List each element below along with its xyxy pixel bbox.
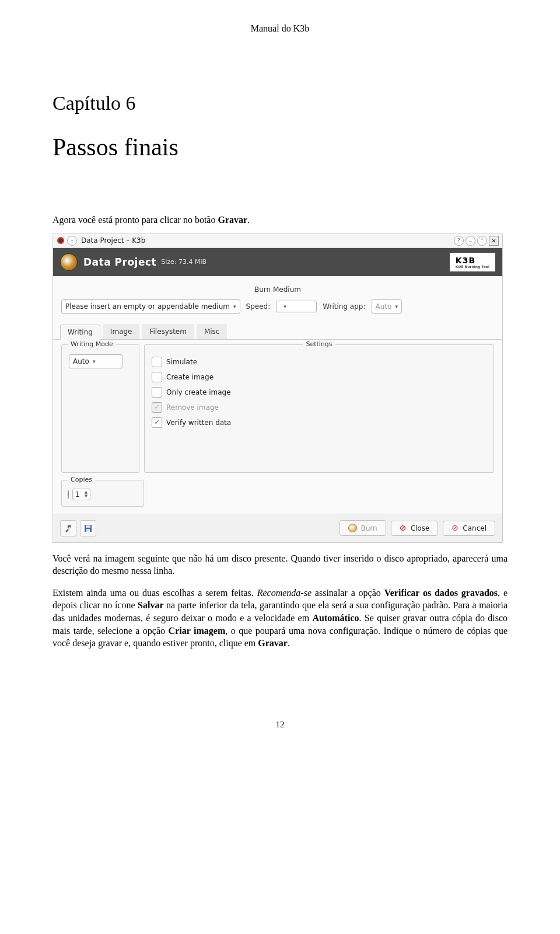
writing-mode-value: Auto: [73, 357, 89, 365]
min-button[interactable]: ⌄: [466, 236, 475, 246]
only-create-checkbox[interactable]: [152, 387, 162, 398]
titlebar-button[interactable]: –: [67, 236, 77, 246]
close-button[interactable]: ⊘ Close: [391, 521, 439, 536]
paragraph-3: Existem ainda uma ou duas escolhas a ser…: [52, 587, 508, 650]
create-image-label: Create image: [166, 373, 214, 381]
copies-value: 1: [75, 490, 80, 499]
writing-mode-title: Writing Mode: [68, 340, 116, 348]
speed-combo[interactable]: ▾: [276, 301, 317, 312]
p3-post: .: [288, 638, 290, 648]
window-title: Data Project – K3b: [79, 236, 454, 245]
screenshot-dialog: – Data Project – K3b ? ⌄ ⌃ ✕ Data Projec…: [52, 234, 503, 543]
page-number: 12: [52, 720, 508, 730]
doc-header: Manual do K3b: [52, 23, 508, 34]
stepper-arrows[interactable]: ▲ ▼: [85, 490, 88, 499]
logo-sub: KDE Burning Tool: [456, 265, 489, 269]
save-button[interactable]: [80, 520, 96, 536]
tab-writing[interactable]: Writing: [60, 325, 100, 340]
p1-bold: Gravar: [218, 215, 247, 225]
p3-b2: Salvar: [138, 600, 163, 610]
settings-group: Settings Simulate Create image Only crea…: [144, 344, 494, 473]
writing-mode-group: Writing Mode Auto ▾: [61, 344, 139, 473]
writing-app-value: Auto: [376, 302, 392, 311]
burn-medium-heading: Burn Medium: [61, 282, 494, 299]
verify-checkbox[interactable]: [152, 417, 162, 428]
p2-text: Você verá na imagem seguinte que não há …: [52, 553, 508, 576]
cancel-button[interactable]: ⊘ Cancel: [443, 521, 495, 536]
close-label: Close: [411, 524, 430, 532]
settings-title: Settings: [303, 340, 335, 348]
max-button[interactable]: ⌃: [477, 236, 487, 246]
p1-post: .: [247, 215, 250, 225]
chapter-title: Passos finais: [52, 133, 508, 161]
p3-b4: Criar imagem: [169, 626, 226, 636]
medium-combo[interactable]: Please insert an empty or appendable med…: [61, 299, 240, 313]
p3-b3: Automático: [313, 613, 359, 623]
chapter-number: Capítulo 6: [52, 92, 508, 114]
chevron-down-icon: ▾: [284, 304, 286, 309]
p3-b1: Verificar os dados gravados: [384, 588, 498, 598]
help-button[interactable]: ?: [454, 236, 464, 246]
tab-misc[interactable]: Misc: [197, 324, 228, 339]
copies-group: Copies 1 ▲ ▼: [61, 480, 144, 507]
disc-icon: [60, 253, 78, 271]
tab-image[interactable]: Image: [103, 324, 140, 339]
tab-filesystem[interactable]: Filesystem: [142, 324, 194, 339]
tab-row: Writing Image Filesystem Misc: [53, 324, 502, 340]
p3-italic: Recomenda-se: [257, 588, 312, 598]
remove-image-label: Remove image: [166, 403, 219, 412]
writing-mode-combo[interactable]: Auto ▾: [69, 354, 123, 368]
burn-label: Burn: [360, 524, 377, 532]
speed-label: Speed:: [246, 302, 271, 311]
remove-image-checkbox: [152, 402, 162, 413]
writing-app-combo[interactable]: Auto ▾: [372, 299, 402, 313]
tools-button[interactable]: [60, 520, 76, 536]
bottom-bar: Burn ⊘ Close ⊘ Cancel: [53, 514, 502, 542]
floppy-icon: [84, 524, 92, 532]
only-create-label: Only create image: [166, 388, 231, 396]
p1-pre: Agora você está pronto para clicar no bo…: [52, 215, 218, 225]
simulate-label: Simulate: [166, 358, 197, 366]
arrow-down-icon[interactable]: ▼: [85, 494, 88, 499]
svg-point-1: [59, 239, 63, 243]
paragraph-1: Agora você está pronto para clicar no bo…: [52, 214, 508, 226]
logo-text: K3B: [456, 256, 475, 265]
k3b-logo: K3B KDE Burning Tool: [450, 253, 495, 271]
window-titlebar: – Data Project – K3b ? ⌄ ⌃ ✕: [53, 234, 502, 248]
chevron-down-icon: ▾: [395, 304, 398, 309]
close-icon: ⊘: [400, 524, 407, 532]
create-image-checkbox[interactable]: [152, 372, 162, 382]
wrench-icon: [64, 524, 72, 532]
close-window-button[interactable]: ✕: [489, 236, 499, 246]
verify-label: Verify written data: [166, 419, 231, 427]
disc-icon: [68, 490, 69, 499]
p3-pre: Existem ainda uma ou duas escolhas a ser…: [52, 588, 257, 598]
p3-b5: Gravar: [258, 638, 288, 648]
chevron-down-icon: ▾: [93, 358, 96, 364]
banner-title: Data Project: [83, 256, 156, 268]
app-icon: [57, 236, 65, 245]
chevron-down-icon: ▾: [233, 304, 236, 309]
paragraph-2: Você verá na imagem seguinte que não há …: [52, 552, 508, 577]
burn-button[interactable]: Burn: [340, 520, 386, 536]
copies-title: Copies: [68, 476, 95, 483]
copies-spinbox[interactable]: 1 ▲ ▼: [72, 489, 90, 500]
medium-combo-text: Please insert an empty or appendable med…: [65, 302, 230, 311]
p3-m1: assinalar a opção: [312, 588, 384, 598]
svg-rect-4: [86, 529, 90, 532]
cancel-label: Cancel: [463, 524, 487, 532]
writing-app-label: Writing app:: [323, 302, 365, 311]
banner-size: Size: 73.4 MiB: [161, 258, 206, 266]
cancel-icon: ⊘: [452, 524, 459, 532]
svg-rect-3: [86, 525, 90, 528]
dialog-banner: Data Project Size: 73.4 MiB K3B KDE Burn…: [53, 248, 502, 276]
burn-icon: [348, 524, 357, 532]
simulate-checkbox[interactable]: [152, 357, 162, 367]
